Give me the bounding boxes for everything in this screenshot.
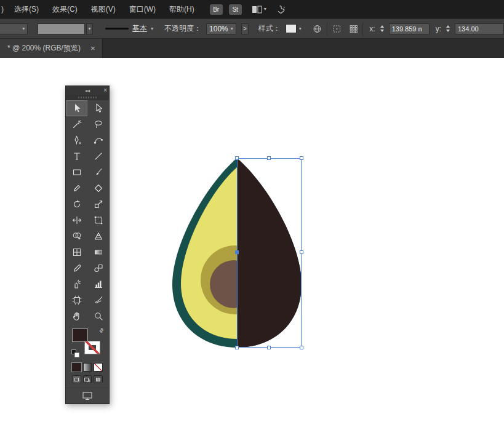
eyedropper-tool[interactable] — [66, 260, 87, 276]
step-down-icon[interactable] — [446, 30, 450, 32]
document-tab[interactable]: * @ 200% (RGB/预览) × — [0, 39, 103, 58]
magic-wand-tool[interactable] — [66, 116, 87, 132]
opacity-field[interactable]: 100% ▾ — [206, 23, 236, 34]
tools-panel: ◂◂ × — [65, 86, 110, 404]
selection-bounding-box[interactable] — [237, 158, 302, 348]
monitor-icon — [82, 391, 93, 400]
column-graph-tool[interactable] — [87, 276, 109, 292]
draw-inside-button[interactable] — [94, 375, 103, 383]
shape-builder-tool[interactable] — [66, 228, 87, 244]
zoom-tool[interactable] — [87, 308, 109, 324]
x-stepper[interactable] — [380, 25, 384, 32]
artboard-tool[interactable] — [66, 292, 87, 308]
step-down-icon[interactable] — [380, 30, 384, 32]
perspective-grid-tool[interactable] — [87, 228, 109, 244]
y-stepper[interactable] — [446, 25, 450, 32]
chevron-down-icon: ▾ — [264, 7, 266, 12]
zoom-icon — [94, 311, 103, 321]
selection-handle-bottom-mid[interactable] — [267, 346, 271, 349]
rotate-tool[interactable] — [66, 196, 87, 212]
collapse-panel-icon[interactable]: ◂◂ — [85, 88, 90, 94]
scale-tool[interactable] — [87, 196, 109, 212]
width-tool[interactable] — [66, 212, 87, 228]
style-dropdown[interactable]: ▾ — [286, 24, 302, 33]
mesh-tool[interactable] — [66, 244, 87, 260]
blend-tool[interactable] — [87, 260, 109, 276]
canvas[interactable]: ◂◂ × — [0, 58, 504, 446]
workspace-switcher[interactable]: ▾ — [252, 6, 266, 14]
close-panel-icon[interactable]: × — [103, 87, 107, 94]
screen-mode-button[interactable] — [66, 388, 109, 404]
gradient-tool[interactable] — [87, 244, 109, 260]
draw-normal-button[interactable] — [72, 375, 81, 383]
free-transform-tool[interactable] — [87, 212, 109, 228]
fill-color-swatch[interactable] — [72, 329, 88, 342]
draw-behind-button[interactable] — [83, 375, 92, 383]
step-up-icon[interactable] — [380, 25, 384, 28]
selection-handle-mid-right[interactable] — [300, 250, 303, 254]
chevron-down-icon: ▾ — [22, 26, 25, 31]
stroke-preset-label[interactable]: 基本 — [132, 23, 147, 34]
gradient-button[interactable] — [83, 363, 92, 372]
lasso-tool[interactable] — [87, 116, 109, 132]
more-options-button[interactable]: > — [241, 23, 249, 34]
swap-colors-icon[interactable]: ⇄ — [98, 327, 105, 334]
pen-tool[interactable] — [66, 132, 87, 148]
type-tool[interactable] — [66, 148, 87, 164]
menu-item-help[interactable]: 帮助(H) — [162, 4, 201, 15]
selection-tool[interactable] — [66, 100, 87, 116]
grid-icon[interactable] — [349, 23, 358, 34]
step-up-icon[interactable] — [446, 25, 450, 28]
selection-handle-top-left[interactable] — [235, 156, 239, 160]
y-value: 134.00 — [458, 25, 479, 33]
hand-tool[interactable] — [66, 308, 87, 324]
eraser-tool[interactable] — [87, 180, 109, 196]
globe-icon[interactable] — [313, 23, 322, 34]
touch-workspace-icon[interactable] — [276, 4, 286, 14]
menu-item-view[interactable]: 视图(V) — [84, 4, 122, 15]
selection-handle-mid-left[interactable] — [235, 250, 239, 254]
selection-handle-top-right[interactable] — [300, 156, 303, 160]
stock-button[interactable]: St — [229, 4, 242, 15]
direct-selection-tool[interactable] — [87, 100, 109, 116]
menu-item-clipped[interactable]: ) — [0, 5, 7, 14]
line-segment-tool[interactable] — [87, 148, 109, 164]
y-field[interactable]: 134.00 — [455, 23, 504, 34]
direct-selection-arrow-icon — [94, 103, 103, 113]
fill-stroke-controls: ⇄ — [71, 327, 104, 359]
rectangle-tool[interactable] — [66, 164, 87, 180]
default-colors-white-icon[interactable] — [74, 352, 79, 357]
rotate-icon — [72, 199, 82, 209]
column-graph-icon — [94, 279, 103, 289]
selection-handle-bottom-right[interactable] — [300, 346, 303, 349]
menu-item-select[interactable]: 选择(S) — [7, 4, 46, 15]
curvature-tool[interactable] — [87, 132, 109, 148]
pencil-tool[interactable] — [66, 180, 87, 196]
menu-bar: ) 选择(S) 效果(C) 视图(V) 窗口(W) 帮助(H) Br St ▾ — [0, 0, 504, 18]
color-button[interactable] — [72, 363, 81, 372]
selection-handle-top-mid[interactable] — [267, 156, 271, 160]
variable-width-combo[interactable]: ▾ — [0, 23, 28, 34]
chevron-down-icon: ▾ — [231, 26, 233, 31]
none-button[interactable] — [94, 363, 103, 372]
close-tab-icon[interactable]: × — [90, 44, 95, 53]
symbol-sprayer-tool[interactable] — [66, 276, 87, 292]
menu-item-window[interactable]: 窗口(W) — [122, 4, 162, 15]
width-icon — [72, 215, 82, 225]
menu-item-effect[interactable]: 效果(C) — [46, 4, 84, 15]
artboard-icon — [72, 295, 82, 305]
panel-grip[interactable] — [66, 95, 109, 100]
stroke-style-dropdown[interactable]: 基本 ▾ — [103, 23, 156, 35]
brush-definition-preview[interactable] — [38, 23, 85, 34]
paintbrush-tool[interactable] — [87, 164, 109, 180]
magic-wand-icon — [72, 119, 82, 129]
bounding-box-icon[interactable] — [332, 23, 342, 34]
bridge-button[interactable]: Br — [210, 4, 223, 15]
tools-panel-header[interactable]: ◂◂ × — [66, 86, 109, 95]
x-field[interactable]: 139.859 n — [389, 23, 430, 34]
slice-tool[interactable] — [87, 292, 109, 308]
stroke-color-swatch[interactable] — [84, 341, 100, 354]
brush-chevron-button[interactable]: ▾ — [86, 23, 93, 34]
color-mode-buttons — [72, 363, 103, 372]
selection-handle-bottom-left[interactable] — [235, 346, 239, 349]
